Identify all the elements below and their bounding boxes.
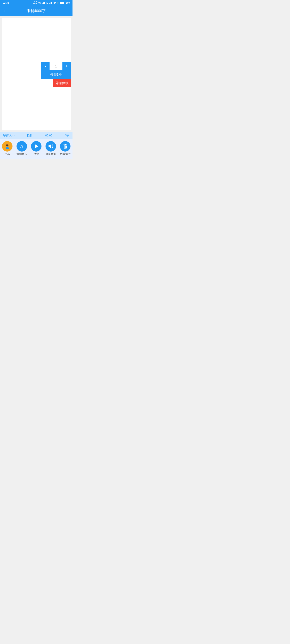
status-time: 02:33 xyxy=(3,2,9,4)
nav-label-play: 播放 xyxy=(34,152,39,156)
counter-value: 1 xyxy=(50,62,63,70)
svg-rect-1 xyxy=(6,145,9,146)
nav-label-music: 添加音乐 xyxy=(17,152,27,156)
network2-label: 4G xyxy=(46,2,48,4)
nav-item-voice[interactable]: 小燕 xyxy=(2,141,13,156)
pause-second-button[interactable]: 停顿1秒 xyxy=(41,70,71,79)
nav-label-voice: 小燕 xyxy=(5,152,10,156)
counter-row: - 1 + xyxy=(41,62,71,70)
data-speed: 0.30KB/S xyxy=(33,1,38,5)
nav-item-play[interactable]: 播放 xyxy=(31,141,42,156)
back-button[interactable]: ‹ xyxy=(2,7,6,15)
svg-rect-5 xyxy=(64,144,67,145)
bottom-toolbar: 字体大小 怪音 00:00 0字 xyxy=(0,132,73,139)
svg-marker-4 xyxy=(49,144,51,148)
nav-item-clear[interactable]: 内容清空 xyxy=(60,141,71,156)
weird-sound-button[interactable]: 怪音 xyxy=(27,134,33,137)
nav-item-music[interactable]: ♫ 添加音乐 xyxy=(17,141,27,156)
volume-icon xyxy=(46,141,56,152)
bottom-nav: 小燕 ♫ 添加音乐 播放 语速音量 xyxy=(0,139,73,159)
top-bar: ‹ 限制4000字 xyxy=(0,6,73,16)
svg-marker-3 xyxy=(35,144,38,148)
nav-label-clear: 内容清空 xyxy=(60,152,71,156)
char-count-display: 0字 xyxy=(65,134,69,137)
content-area[interactable]: - 1 + 停顿1秒 隐藏停顿 xyxy=(2,18,71,130)
signal2-icon xyxy=(49,2,52,4)
nav-item-volume[interactable]: 语速音量 xyxy=(46,141,56,156)
trash-icon xyxy=(60,141,71,152)
voice-icon xyxy=(2,141,13,152)
battery-level: 100 xyxy=(66,2,70,4)
music-note-icon: ♫ xyxy=(17,141,27,152)
decrement-button[interactable]: - xyxy=(41,62,50,70)
status-right: 0.30KB/S 4G 4G HD ⚡ 100 xyxy=(33,1,70,5)
lightning-icon: ⚡ xyxy=(57,2,59,4)
svg-text:♫: ♫ xyxy=(20,144,23,149)
nav-label-volume: 语速音量 xyxy=(46,152,56,156)
network1-label: 4G xyxy=(38,2,41,4)
play-icon xyxy=(31,141,42,152)
battery-icon xyxy=(60,2,65,4)
hd-label: HD xyxy=(53,2,56,4)
hide-pause-button[interactable]: 隐藏停顿 xyxy=(53,79,71,87)
pause-controls: - 1 + 停顿1秒 隐藏停顿 xyxy=(41,62,71,87)
status-bar: 02:33 0.30KB/S 4G 4G HD ⚡ 100 xyxy=(0,0,73,6)
increment-button[interactable]: + xyxy=(63,62,71,70)
time-display: 00:00 xyxy=(45,134,52,137)
font-size-button[interactable]: 字体大小 xyxy=(3,134,15,137)
svg-rect-6 xyxy=(65,144,66,144)
signal-icon xyxy=(42,2,45,4)
page-title: 限制4000字 xyxy=(27,8,46,13)
